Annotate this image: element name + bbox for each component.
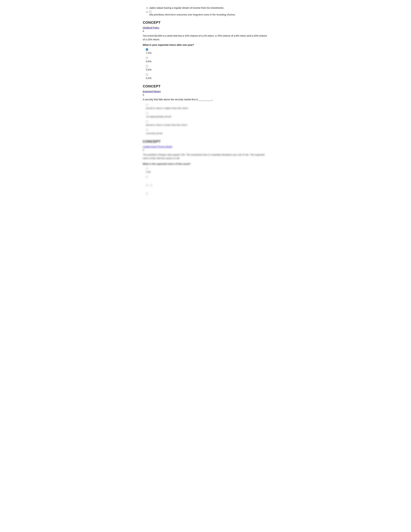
option-checkbox-1b[interactable] [146,57,148,59]
option-item-2b: not appropriately priced [143,112,268,118]
option-checkbox-2a[interactable] [146,104,148,106]
option-item-3a: 0.06 [143,167,268,174]
concept-heading-3: CONCEPT [143,139,268,144]
option-text-2a: priced to return a higher-than-fair retu… [146,106,268,110]
option-text-3a: 0.06 [146,170,268,174]
option-text-2d: correctly priced [146,132,268,135]
question-number-2: 5 [143,93,268,96]
option-item-1d: 6.0% [143,74,268,80]
option-text-3b [146,179,268,182]
option-text-1d: 6.0% [146,76,268,80]
options-list-2: priced to return a higher-than-fair retu… [143,104,268,135]
question-number-1: 4 [143,30,268,32]
intro-text-2: Aila prioritizes short-term outcomes ove… [149,13,236,16]
question-text-3: The portfolio's Sharpe ratio equals 0.56… [143,153,268,160]
option-text-1a: 7.4% [146,51,268,55]
question-prompt-1: What is your expected return after one y… [143,43,268,46]
question-number-3: 6 [143,149,268,151]
intro-text-1: Jaden values having a regular stream of … [149,6,224,9]
option-checkbox-1c[interactable] [146,65,148,67]
checkbox-aila[interactable] [149,11,151,13]
option-item-2c: priced to return a lower-than-fair retur… [143,120,268,127]
option-checkbox-2c[interactable] [146,120,148,123]
options-list-1: 7.4% 8.8% 5.6% 6.0% [143,48,268,80]
option-item-2a: priced to return a higher-than-fair retu… [143,104,268,110]
option-text-2b: not appropriately priced [146,115,268,118]
option-text-3c [146,187,268,190]
option-checkbox-2d[interactable] [146,129,148,131]
option-text-2c: priced to return a lower-than-fair retur… [146,123,268,127]
option-checkbox-2b[interactable] [146,112,148,114]
concept-section-3: CONCEPT Capital Asset Pricing Model 6 Th… [143,139,268,199]
option-text-1b: 8.8% [146,60,268,63]
concept-heading-2: CONCEPT [143,84,268,88]
concept-link-3[interactable]: Capital Asset Pricing Model [143,145,268,148]
concept-link-2[interactable]: Expected Return [143,90,268,93]
option-text-3d [146,195,268,199]
option-checkbox-3b[interactable] [146,176,148,178]
question-prompt-3: What is the expected return of this asse… [143,162,268,165]
option-checkbox-3c[interactable] [146,184,148,186]
option-item-1b: 8.8% [143,57,268,63]
option-item-1c: 5.6% [143,65,268,71]
concept-heading-1: CONCEPT [143,20,268,25]
question-text-1: You invest $3,000 in a stock that has a … [143,34,268,41]
checkbox-aila-wrapper[interactable] [149,10,151,13]
option-item-3c [143,184,268,190]
concept-link-1[interactable]: Dividend Policy [143,26,268,29]
option-checkbox-3d[interactable] [146,193,148,195]
option-item-3b [143,176,268,182]
option-item-2d: correctly priced [143,129,268,135]
option-checkbox-1d[interactable] [146,74,148,76]
question-text-2: A security that falls above the security… [143,98,268,101]
option-checkbox-3c2[interactable] [150,184,152,186]
option-item-1a: 7.4% [143,48,268,55]
option-item-3d [143,193,268,199]
option-checkbox-1a[interactable] [146,48,148,51]
option-checkbox-3a[interactable] [146,167,148,170]
concept-section-1: CONCEPT Dividend Policy 4 You invest $3,… [143,20,268,80]
concept-section-2: CONCEPT Expected Return 5 A security tha… [143,84,268,135]
option-text-1c: 5.6% [146,68,268,71]
options-list-3: 0.06 [143,167,268,199]
